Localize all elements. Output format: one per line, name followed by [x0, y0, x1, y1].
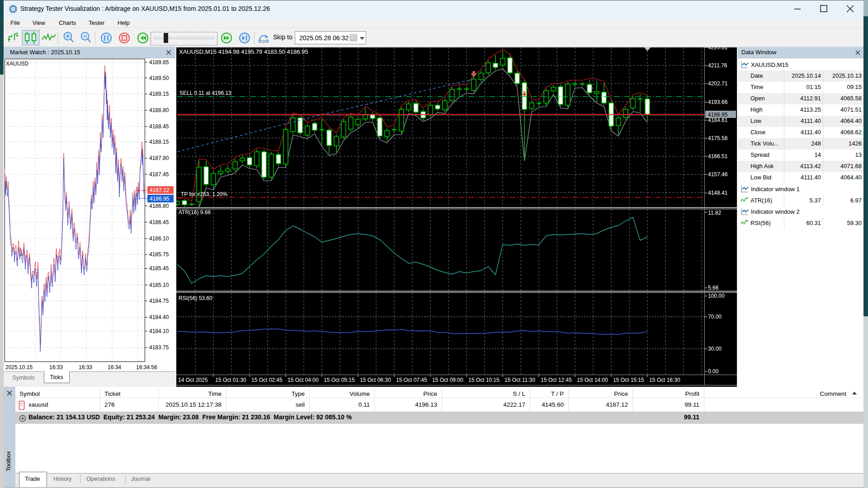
svg-text:4187.45: 4187.45 — [149, 171, 169, 178]
svg-text:4193.66: 4193.66 — [708, 99, 728, 105]
svg-text:15 Oct 11:30: 15 Oct 11:30 — [505, 377, 535, 383]
svg-text:5.66: 5.66 — [708, 285, 719, 291]
svg-text:14 Oct 2025: 14 Oct 2025 — [178, 377, 208, 383]
svg-text:4184.10: 4184.10 — [149, 328, 169, 334]
svg-text:15 Oct 04:00: 15 Oct 04:00 — [288, 377, 319, 383]
svg-text:4166.51: 4166.51 — [708, 153, 728, 160]
svg-text:4186.10: 4186.10 — [149, 235, 169, 242]
svg-text:4220.81: 4220.81 — [708, 47, 728, 51]
svg-text:4187.12: 4187.12 — [150, 187, 170, 193]
svg-text:4148.41: 4148.41 — [708, 190, 728, 196]
svg-text:4185.75: 4185.75 — [149, 251, 169, 258]
svg-text:4189.85: 4189.85 — [149, 59, 169, 66]
svg-text:4202.71: 4202.71 — [708, 80, 728, 87]
svg-text:TP for #253, 1.20%: TP for #253, 1.20% — [181, 191, 228, 197]
svg-text:0.00: 0.00 — [708, 368, 719, 375]
svg-text:30.00: 30.00 — [708, 346, 722, 352]
svg-text:15 Oct 10:15: 15 Oct 10:15 — [468, 377, 500, 383]
svg-text:SELL 0.11 at 4196.13: SELL 0.11 at 4196.13 — [179, 90, 231, 96]
svg-text:4187.80: 4187.80 — [149, 155, 169, 161]
svg-text:4188.15: 4188.15 — [149, 139, 169, 145]
svg-text:100.00: 100.00 — [708, 293, 725, 299]
svg-text:15 Oct 14:00: 15 Oct 14:00 — [577, 377, 608, 383]
svg-text:4184.61: 4184.61 — [708, 117, 728, 123]
svg-text:4186.80: 4186.80 — [149, 203, 169, 209]
svg-text:XAUUSD: XAUUSD — [6, 61, 28, 67]
svg-text:15 Oct 15:15: 15 Oct 15:15 — [613, 377, 644, 383]
svg-text:15 Oct 12:45: 15 Oct 12:45 — [541, 377, 572, 383]
svg-text:4175.56: 4175.56 — [708, 135, 728, 141]
svg-text:XAUUSD,M15 4194.98 4195.79 41: XAUUSD,M15 4194.98 4195.79 4183.50 4186.… — [179, 48, 308, 55]
svg-text:4183.75: 4183.75 — [149, 344, 169, 351]
svg-text:RSI(56) 53.60: RSI(56) 53.60 — [179, 295, 212, 301]
svg-text:4186.95: 4186.95 — [708, 112, 728, 118]
svg-text:15 Oct 02:45: 15 Oct 02:45 — [251, 377, 283, 383]
svg-text:16:33: 16:33 — [79, 364, 92, 371]
svg-text:ATR(16) 9.66: ATR(16) 9.66 — [179, 209, 211, 216]
svg-text:15 Oct 05:15: 15 Oct 05:15 — [324, 377, 355, 383]
svg-text:15 Oct 09:00: 15 Oct 09:00 — [432, 377, 463, 383]
svg-text:4184.40: 4184.40 — [149, 314, 169, 320]
svg-text:16:33: 16:33 — [49, 364, 63, 371]
svg-text:4189.15: 4189.15 — [149, 91, 169, 97]
svg-text:4186.45: 4186.45 — [149, 219, 169, 225]
svg-text:4189.50: 4189.50 — [149, 75, 169, 81]
svg-text:15 Oct 16:30: 15 Oct 16:30 — [649, 377, 680, 383]
svg-text:15 Oct 01:30: 15 Oct 01:30 — [215, 377, 246, 383]
svg-text:4185.45: 4185.45 — [149, 265, 169, 272]
svg-text:2025.10.15: 2025.10.15 — [5, 364, 33, 371]
svg-text:15 Oct 06:30: 15 Oct 06:30 — [360, 377, 391, 383]
svg-text:16:34:56: 16:34:56 — [136, 364, 157, 371]
svg-text:4188.45: 4188.45 — [149, 123, 169, 130]
svg-text:4184.75: 4184.75 — [149, 298, 169, 304]
svg-text:4211.76: 4211.76 — [708, 62, 727, 69]
svg-text:4188.80: 4188.80 — [149, 107, 169, 113]
svg-text:11.82: 11.82 — [708, 210, 721, 216]
svg-text:70.00: 70.00 — [708, 314, 722, 320]
svg-text:4186.95: 4186.95 — [150, 196, 170, 202]
svg-text:4157.46: 4157.46 — [708, 171, 728, 178]
svg-text:15 Oct 07:45: 15 Oct 07:45 — [396, 377, 427, 383]
svg-text:4185.10: 4185.10 — [149, 282, 169, 288]
svg-text:16:34: 16:34 — [108, 364, 121, 371]
